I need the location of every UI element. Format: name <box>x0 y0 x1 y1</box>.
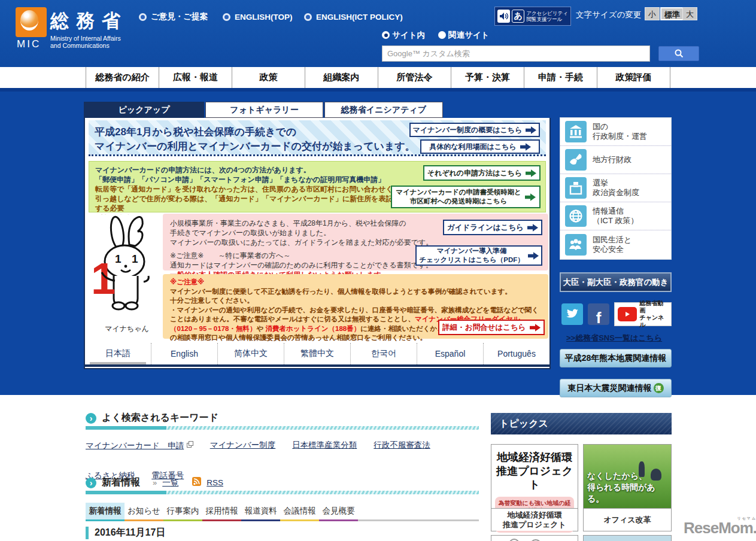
news-tab-recruit[interactable]: 採用情報 <box>202 503 241 519</box>
policy-category-list: 国の行政制度・運営 地方行財政 選挙政治資金制度 情報通信（ICT 政策） 国民… <box>560 117 672 260</box>
nav-item-budget[interactable]: 予算・決算 <box>451 67 524 88</box>
font-size-standard-button[interactable]: 標準 <box>660 7 684 20</box>
family-icon <box>565 234 587 256</box>
radio-related-sites[interactable]: 関連サイト <box>438 30 489 41</box>
keyword-link-mynumber-system[interactable]: マイナンバー制度 <box>210 439 276 452</box>
lang-english[interactable]: English <box>151 343 217 364</box>
nav-item-press[interactable]: 広報・報道 <box>159 67 232 88</box>
business-notice-box: 小規模事業所・事業主のみなさまも、平成28年1月から、税や社会保障の 手続きでマ… <box>163 214 548 270</box>
mynumber-overview-button[interactable]: マイナンバー制度の概要はこちら <box>409 123 540 137</box>
search-icon <box>675 49 684 58</box>
nav-item-organization[interactable]: 組織案内 <box>305 67 378 88</box>
lang-spanish[interactable]: Español <box>417 343 483 364</box>
orange-box-line1: マイナンバー制度に便乗して不正な勧誘を行ったり、個人情報を取得しようとする事例が… <box>170 287 541 297</box>
topic-card-regional-economy[interactable]: 地域経済好循環 推進プロジェクト 為替変動にも強い地域の経済構造 改革と地方から… <box>491 444 578 531</box>
keywords-title: よく検索されるキーワード <box>102 412 218 424</box>
guidelines-button[interactable]: ガイドラインはこちら <box>443 220 542 235</box>
topic-card-cutoff-left[interactable] <box>491 535 578 541</box>
news-tab-new[interactable]: 新着情報 <box>86 503 125 519</box>
lang-simplified-chinese[interactable]: 简体中文 <box>217 343 284 364</box>
nav-item-applications[interactable]: 申請・手続 <box>524 67 597 88</box>
category-ict[interactable]: 情報通信（ICT 政策） <box>560 202 671 230</box>
lang-traditional-chinese[interactable]: 繁體中文 <box>284 343 350 364</box>
government-building-icon <box>565 121 587 142</box>
youtube-channel-button[interactable]: 総務省動画チャンネル <box>614 302 672 326</box>
news-header: › 新着情報 » 一覧 RSS <box>86 476 223 489</box>
facebook-button[interactable]: f <box>588 303 609 325</box>
radio-site-inside[interactable]: サイト内 <box>382 30 425 41</box>
header-link-feedback[interactable]: ご意見・ご提案 <box>139 11 208 23</box>
mascot-area: 1 1 1 マイナちゃん <box>89 215 163 341</box>
contact-details-button[interactable]: 詳細・お問合せはこちら <box>438 320 545 335</box>
arrow-right-icon <box>530 324 541 332</box>
card-application-info-box: マイナンバーカードの申請方法には、次の4つの方法があります。 「郵便申請」「パソ… <box>89 161 546 212</box>
card-schedule-button[interactable]: マイナンバーカードの申請書受領時期と市区町村への発送時期はこちら <box>391 186 541 208</box>
rss-link[interactable]: RSS <box>207 478 223 487</box>
mic-logo[interactable] <box>16 7 47 37</box>
category-local-administration[interactable]: 地方行財政 <box>560 146 671 174</box>
tohoku-earthquake-banner[interactable]: 東日本大震災関連情報 復 <box>560 379 672 397</box>
font-size-large-button[interactable]: 大 <box>682 7 697 20</box>
news-tab-press[interactable]: 報道資料 <box>241 503 280 519</box>
topic-card-office-reform[interactable]: なくしたから、 得られる時間がある。 オフィス改革 <box>583 444 672 531</box>
news-tab-briefings[interactable]: 会見概要 <box>319 503 358 519</box>
language-switcher: 日本語 English 简体中文 繁體中文 한국어 Español Portug… <box>85 343 549 367</box>
nav-item-about[interactable]: 総務省の紹介 <box>86 67 159 88</box>
news-tabs-underline <box>86 519 479 521</box>
keyword-link-administrative-appeal[interactable]: 行政不服審査法 <box>374 439 430 452</box>
topic-card-caption: 地域経済好循環 推進プロジェクト <box>491 508 578 531</box>
nav-item-policy[interactable]: 政策 <box>232 67 305 88</box>
maina-chan-rabbit-illustration: 1 1 1 <box>89 215 158 320</box>
lang-japanese[interactable]: 日本語 <box>85 343 151 364</box>
svg-text:1: 1 <box>115 253 122 265</box>
accessibility-tool-button[interactable]: あ アクセシビリティ 閲覧支援ツール <box>494 7 571 26</box>
site-title[interactable]: 総務省 <box>50 8 127 34</box>
site-header: MIC 総務省 Ministry of Internal Affairs and… <box>0 0 756 67</box>
keyword-link-industry-classification[interactable]: 日本標準産業分類 <box>292 439 357 452</box>
radio-selected-icon <box>382 31 390 39</box>
svg-text:1: 1 <box>132 253 138 265</box>
category-elections[interactable]: 選挙政治資金制度 <box>560 174 671 202</box>
arrow-right-icon <box>525 193 536 201</box>
font-size-small-button[interactable]: 小 <box>645 7 660 20</box>
minister-activities-banner[interactable]: 大臣・副大臣・政務官の動き <box>560 272 672 292</box>
tab-pickup[interactable]: ピックアップ <box>84 102 204 118</box>
nav-item-evaluation[interactable]: 政策評価 <box>597 67 670 88</box>
youtube-play-icon <box>618 307 637 321</box>
sns-list-link[interactable]: >>総務省SNS一覧はこちら <box>566 333 662 344</box>
tab-initiative[interactable]: 総務省イニシアティブ <box>324 102 443 118</box>
topics-header: トピックス <box>491 413 672 434</box>
accessibility-label: アクセシビリティ 閲覧支援ツール <box>526 10 568 22</box>
mascot-caption: マイナちゃん <box>97 324 157 334</box>
news-date: 2016年11月17日 <box>86 527 165 539</box>
keyword-link-mynumber-card[interactable]: マイナンバーカード 申請 <box>86 439 193 452</box>
usage-scenes-button[interactable]: 具体的な利用場面はこちら <box>420 139 540 154</box>
news-tab-events[interactable]: 行事案内 <box>163 503 202 519</box>
application-methods-button[interactable]: それぞれの申請方法はこちら <box>423 165 541 181</box>
news-tab-meetings[interactable]: 会議情報 <box>280 503 319 519</box>
global-nav: 総務省の紹介 広報・報道 政策 組織案内 所管法令 予算・決算 申請・手続 政策… <box>0 67 756 88</box>
search-input[interactable] <box>382 45 650 62</box>
kumamoto-earthquake-banner[interactable]: 平成28年熊本地震関連情報 <box>560 349 672 367</box>
search-button[interactable] <box>658 46 699 61</box>
category-citizen-life[interactable]: 国民生活と安心安全 <box>560 230 671 259</box>
banner-headline-line1: 平成28年1月から税や社会保障の手続きでの <box>95 125 296 139</box>
header-link-english-top[interactable]: ENGLISH(TOP) <box>223 11 293 23</box>
list-chevron: » <box>153 478 157 487</box>
header-link-english-ict[interactable]: ENGLISH(ICT POLICY) <box>304 11 403 23</box>
topic-card-cutoff-right[interactable] <box>583 535 672 541</box>
news-tabs: 新着情報 お知らせ 行事案内 採用情報 報道資料 会議情報 会見概要 <box>86 503 479 521</box>
checklist-pdf-button[interactable]: マイナンバー導入準備チェックリストはこちら（PDF） <box>415 245 542 266</box>
news-tab-notice[interactable]: お知らせ <box>125 503 163 519</box>
circle-bullet-icon <box>223 13 230 21</box>
twitter-button[interactable] <box>561 303 583 325</box>
tab-photo-gallery[interactable]: フォトギャラリー <box>205 102 323 118</box>
lang-korean[interactable]: 한국어 <box>350 343 417 364</box>
category-national-administration[interactable]: 国の行政制度・運営 <box>560 118 671 146</box>
news-list-link[interactable]: 一覧 <box>162 478 178 488</box>
ballot-box-icon <box>565 177 587 199</box>
external-link-icon <box>187 441 193 448</box>
nav-item-laws[interactable]: 所管法令 <box>378 67 451 88</box>
lang-portuguese[interactable]: Português <box>483 343 549 364</box>
twitter-bird-icon <box>566 309 579 320</box>
